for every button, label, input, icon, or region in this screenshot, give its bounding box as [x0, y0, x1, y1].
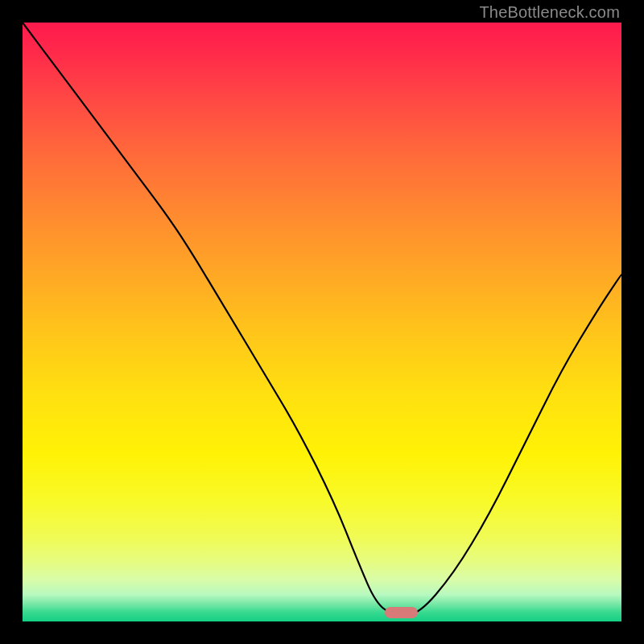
plot-area [23, 23, 621, 621]
curve-svg [23, 23, 621, 621]
watermark-text: TheBottleneck.com [479, 3, 620, 22]
chart-frame: TheBottleneck.com [0, 0, 644, 644]
optimal-marker [385, 607, 418, 618]
bottleneck-curve-path [23, 23, 621, 616]
